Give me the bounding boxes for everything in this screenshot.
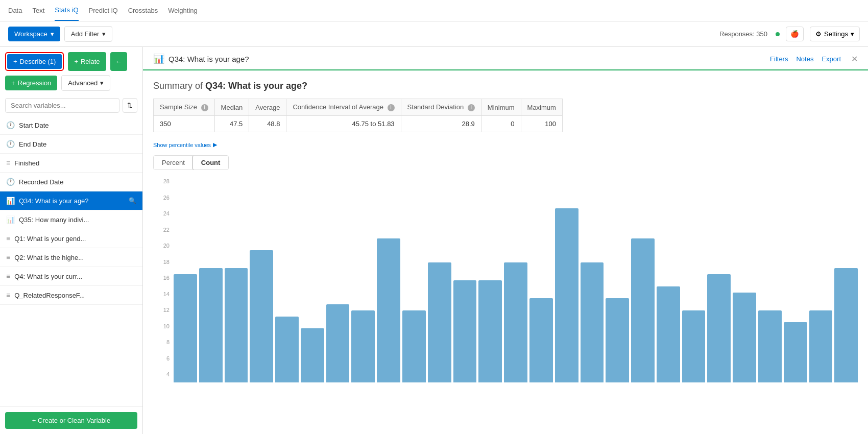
- describe-button[interactable]: + Describe (1): [7, 54, 62, 69]
- chart-bars[interactable]: [174, 178, 858, 393]
- chart-bar[interactable]: [301, 328, 324, 382]
- add-filter-button[interactable]: Add Filter ▾: [64, 26, 113, 42]
- chart-bar[interactable]: [581, 262, 604, 382]
- chart-bar[interactable]: [225, 268, 248, 382]
- chart-bar[interactable]: [733, 293, 756, 382]
- variable-item-q1[interactable]: ≡ Q1: What is your gend...: [0, 229, 142, 248]
- create-clean-variable-button[interactable]: + Create or Clean Variable: [5, 412, 137, 429]
- min-value: 0: [481, 116, 521, 132]
- apple-icon-button[interactable]: 🍎: [786, 27, 804, 41]
- tab-crosstabs[interactable]: Crosstabs: [128, 1, 158, 20]
- workspace-button[interactable]: Workspace ▾: [8, 27, 60, 41]
- export-link[interactable]: Export: [822, 55, 841, 63]
- sidebar-row2: + Regression Advanced ▾: [5, 75, 137, 91]
- chart-bar[interactable]: [784, 322, 807, 382]
- variable-item-recorded-date[interactable]: 🕐 Recorded Date: [0, 173, 142, 191]
- bar-chart-icon: 📊: [153, 53, 164, 64]
- chart-bar[interactable]: [631, 238, 655, 382]
- content-header: 📊 Q34: What is your age? Filters Notes E…: [143, 47, 868, 70]
- regression-button[interactable]: + Regression: [5, 76, 57, 90]
- chart-bar[interactable]: [478, 280, 502, 382]
- close-button[interactable]: ✕: [851, 54, 858, 64]
- chart-bar[interactable]: [199, 268, 223, 382]
- chart-bar[interactable]: [809, 310, 833, 382]
- y-axis-label: 28: [153, 178, 170, 184]
- chart-bar[interactable]: [834, 268, 858, 382]
- sort-button[interactable]: ⇅: [123, 98, 137, 113]
- filters-link[interactable]: Filters: [770, 55, 788, 63]
- chart-bar[interactable]: [657, 286, 680, 382]
- tab-predictiq[interactable]: Predict iQ: [89, 1, 118, 20]
- variable-item-finished[interactable]: ≡ Finished: [0, 154, 142, 173]
- chart-bar[interactable]: [174, 274, 197, 382]
- notes-link[interactable]: Notes: [796, 55, 813, 63]
- relate-button[interactable]: + Relate: [68, 52, 106, 71]
- chart-bar[interactable]: [453, 280, 477, 382]
- bar-chart-icon: 📊: [6, 197, 15, 205]
- average-value: 48.8: [249, 116, 286, 132]
- sort-icon: ⇅: [127, 102, 133, 109]
- variable-item-start-date[interactable]: 🕐 Start Date: [0, 116, 142, 135]
- variable-label: Q4: What is your curr...: [14, 273, 136, 280]
- chart-bar[interactable]: [504, 262, 527, 382]
- chart-bar[interactable]: [606, 298, 629, 382]
- info-icon[interactable]: i: [388, 104, 395, 111]
- variable-item-q2[interactable]: ≡ Q2: What is the highe...: [0, 248, 142, 267]
- chevron-down-icon: ▾: [851, 30, 854, 38]
- tab-data[interactable]: Data: [8, 1, 22, 20]
- describe-highlight: + Describe (1): [5, 52, 64, 71]
- chart-bar[interactable]: [707, 274, 731, 382]
- variable-label: Recorded Date: [19, 178, 136, 186]
- sidebar: + Describe (1) + Relate ← + Regression: [0, 47, 143, 434]
- chart-bar[interactable]: [377, 238, 400, 382]
- chart-bar[interactable]: [402, 310, 426, 382]
- ci-header: Confidence Interval of Average i: [286, 99, 401, 116]
- search-input[interactable]: [5, 98, 119, 113]
- list-icon: ≡: [6, 291, 10, 299]
- plus-icon: +: [74, 58, 78, 65]
- settings-button[interactable]: ⚙ Settings ▾: [810, 27, 860, 41]
- chart-bar[interactable]: [529, 298, 553, 382]
- clock-icon: 🕐: [6, 140, 15, 148]
- y-axis-label: 10: [153, 323, 170, 329]
- ci-value: 45.75 to 51.83: [286, 116, 401, 132]
- chart-bar[interactable]: [351, 310, 375, 382]
- variable-item-q35[interactable]: 📊 Q35: How many indivi...: [0, 210, 142, 229]
- info-icon[interactable]: i: [468, 104, 475, 111]
- variable-item-end-date[interactable]: 🕐 End Date: [0, 135, 142, 154]
- variable-item-q4[interactable]: ≡ Q4: What is your curr...: [0, 267, 142, 286]
- dot-indicator: [776, 32, 780, 36]
- apple-icon: 🍎: [790, 30, 799, 38]
- max-value: 100: [521, 116, 562, 132]
- chart-bar[interactable]: [326, 304, 350, 382]
- percentile-link[interactable]: Show percentile values ▶: [153, 141, 858, 148]
- back-button[interactable]: ←: [110, 52, 127, 71]
- chart-bar[interactable]: [250, 250, 273, 382]
- sidebar-buttons: + Describe (1) + Relate ← + Regression: [0, 47, 142, 95]
- tab-statsiq[interactable]: Stats iQ: [55, 0, 78, 21]
- chart-y-axis: 46810121416182022242628: [153, 178, 170, 377]
- chart-bar[interactable]: [555, 208, 578, 382]
- variable-item-q-related[interactable]: ≡ Q_RelatedResponseF...: [0, 286, 142, 305]
- average-header: Average: [249, 99, 286, 116]
- advanced-button[interactable]: Advanced ▾: [61, 75, 110, 91]
- variable-item-q34[interactable]: 📊 Q34: What is your age? 🔍: [0, 191, 142, 210]
- settings-label: Settings: [824, 30, 848, 38]
- count-toggle-button[interactable]: Count: [192, 155, 229, 170]
- plus-icon: +: [11, 79, 15, 87]
- info-icon[interactable]: i: [201, 104, 208, 111]
- regression-label: Regression: [18, 79, 52, 87]
- y-axis-label: 18: [153, 259, 170, 265]
- chart-bar[interactable]: [428, 262, 451, 382]
- content-body: Summary of Q34: What is your age? Sample…: [143, 70, 868, 403]
- percent-toggle-button[interactable]: Percent: [154, 156, 193, 170]
- responses-count: Responses: 350: [719, 30, 767, 38]
- tab-text[interactable]: Text: [32, 1, 44, 20]
- plus-icon: +: [13, 58, 17, 65]
- chart-bar[interactable]: [758, 310, 782, 382]
- sidebar-footer: + Create or Clean Variable: [0, 406, 142, 434]
- tab-weighting[interactable]: Weighting: [168, 1, 198, 20]
- chart-bar[interactable]: [275, 317, 299, 382]
- content-title: 📊 Q34: What is your age?: [153, 53, 249, 64]
- chart-bar[interactable]: [682, 310, 706, 382]
